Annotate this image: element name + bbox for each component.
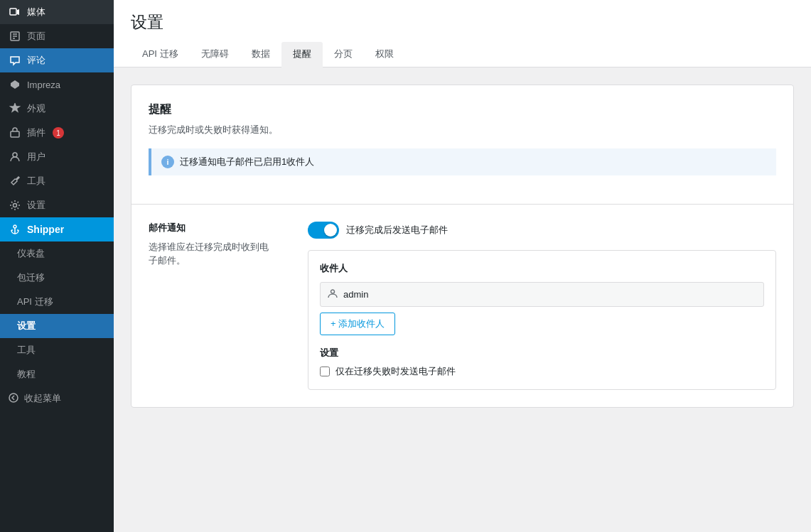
notification-label: 邮件通知 <box>149 222 291 234</box>
main-content: 设置 API 迁移 无障碍 数据 提醒 分页 权限 提醒 迁移完成时或失败时获得… <box>114 0 811 532</box>
sidebar-package-migration-label: 包迁移 <box>17 271 45 284</box>
sidebar: 媒体 页面 评论 Impreza 外观 插件 1 用户 <box>0 0 114 532</box>
settings-section-title: 设置 <box>320 347 764 359</box>
tab-accessibility[interactable]: 无障碍 <box>190 42 240 67</box>
notification-left: 邮件通知 选择谁应在迁移完成时收到电 子邮件。 <box>149 222 291 268</box>
sidebar-item-media[interactable]: 媒体 <box>0 0 114 24</box>
sidebar-item-comments[interactable]: 评论 <box>0 48 114 72</box>
page-header: 设置 API 迁移 无障碍 数据 提醒 分页 权限 <box>114 0 811 67</box>
tab-pagination[interactable]: 分页 <box>323 42 364 67</box>
section-title: 提醒 <box>149 102 776 117</box>
recipient-name: admin <box>343 289 368 300</box>
settings-card: 提醒 迁移完成时或失败时获得通知。 i 迁移通知电子邮件已启用1收件人 邮件通知… <box>131 85 794 408</box>
svg-rect-0 <box>10 9 16 15</box>
sidebar-tools-sub-label: 工具 <box>17 344 36 357</box>
plugins-icon <box>9 126 21 139</box>
impreza-icon <box>9 78 21 91</box>
sidebar-item-plugins-label: 插件 <box>27 126 45 139</box>
toggle-label: 迁移完成后发送电子邮件 <box>346 224 448 237</box>
recipients-box: 收件人 admin + 添加收件人 设置 仅在 <box>308 250 776 390</box>
settings-icon <box>9 199 21 212</box>
email-toggle[interactable] <box>308 222 339 239</box>
info-icon: i <box>161 156 174 168</box>
pages-icon <box>9 30 21 43</box>
sidebar-item-tools-label: 工具 <box>27 175 45 188</box>
sidebar-item-pages-label: 页面 <box>27 30 45 43</box>
failure-only-checkbox[interactable] <box>320 367 330 376</box>
sidebar-item-appearance[interactable]: 外观 <box>0 97 114 121</box>
sidebar-item-comments-label: 评论 <box>27 54 45 67</box>
sidebar-item-tools-sub[interactable]: 工具 <box>0 338 114 362</box>
failure-only-label: 仅在迁移失败时发送电子邮件 <box>335 365 456 378</box>
users-icon <box>9 151 21 163</box>
svg-point-9 <box>14 225 16 228</box>
sidebar-item-users[interactable]: 用户 <box>0 145 114 169</box>
tools-icon <box>9 175 21 188</box>
sidebar-item-package-migration[interactable]: 包迁移 <box>0 266 114 290</box>
sidebar-item-api-migration[interactable]: API 迁移 <box>0 290 114 314</box>
page-title: 设置 <box>131 11 794 33</box>
section-title-area: 提醒 迁移完成时或失败时获得通知。 i 迁移通知电子邮件已启用1收件人 <box>131 85 793 205</box>
tab-api-migration[interactable]: API 迁移 <box>131 42 190 67</box>
failure-only-checkbox-row: 仅在迁移失败时发送电子邮件 <box>320 365 764 378</box>
recipients-title: 收件人 <box>320 262 764 275</box>
sidebar-dashboard-label: 仪表盘 <box>17 247 45 260</box>
sidebar-item-dashboard[interactable]: 仪表盘 <box>0 241 114 266</box>
sidebar-item-tutorials[interactable]: 教程 <box>0 362 114 386</box>
sidebar-item-users-label: 用户 <box>27 151 45 163</box>
recipient-item: admin <box>320 282 764 307</box>
sidebar-item-shipper-settings[interactable]: 设置 <box>0 314 114 338</box>
sidebar-item-shipper[interactable]: Shipper <box>0 217 114 241</box>
chevron-left-icon <box>9 393 18 405</box>
email-settings-section: 设置 仅在迁移失败时发送电子邮件 <box>320 347 764 378</box>
plugins-badge: 1 <box>53 127 64 139</box>
anchor-icon <box>9 223 21 236</box>
sidebar-shipper-label: Shipper <box>27 224 64 235</box>
sidebar-item-plugins[interactable]: 插件 1 <box>0 121 114 145</box>
sidebar-api-migration-label: API 迁移 <box>17 295 53 308</box>
add-recipient-button[interactable]: + 添加收件人 <box>320 313 395 335</box>
svg-marker-5 <box>11 80 19 89</box>
sidebar-item-pages[interactable]: 页面 <box>0 24 114 48</box>
notification-row: 邮件通知 选择谁应在迁移完成时收到电 子邮件。 迁移完成后发送电子邮件 收件人 <box>131 205 793 407</box>
notification-right: 迁移完成后发送电子邮件 收件人 admin + 添加收件人 <box>308 222 776 390</box>
toggle-row: 迁移完成后发送电子邮件 <box>308 222 776 239</box>
user-icon <box>328 288 338 300</box>
collapse-label: 收起菜单 <box>24 392 61 405</box>
comments-icon <box>9 54 21 67</box>
svg-point-14 <box>331 290 335 293</box>
sidebar-item-media-label: 媒体 <box>27 6 45 18</box>
svg-rect-6 <box>11 131 19 137</box>
sidebar-item-settings-label: 设置 <box>27 199 45 212</box>
info-banner: i 迁移通知电子邮件已启用1收件人 <box>149 148 776 175</box>
tab-alerts[interactable]: 提醒 <box>281 42 323 67</box>
media-icon <box>9 6 21 18</box>
tab-data[interactable]: 数据 <box>240 42 281 67</box>
appearance-icon <box>9 102 21 115</box>
sidebar-item-settings[interactable]: 设置 <box>0 193 114 217</box>
sidebar-item-impreza[interactable]: Impreza <box>0 72 114 97</box>
collapse-menu[interactable]: 收起菜单 <box>0 386 114 411</box>
svg-point-8 <box>14 204 17 207</box>
sub-nav: API 迁移 无障碍 数据 提醒 分页 权限 <box>131 42 794 67</box>
notification-desc: 选择谁应在迁移完成时收到电 子邮件。 <box>149 240 291 268</box>
sidebar-shipper-settings-label: 设置 <box>17 320 36 332</box>
sidebar-item-appearance-label: 外观 <box>27 102 45 115</box>
sidebar-item-tools[interactable]: 工具 <box>0 169 114 193</box>
info-banner-text: 迁移通知电子邮件已启用1收件人 <box>180 156 314 168</box>
tab-permissions[interactable]: 权限 <box>364 42 405 67</box>
sidebar-tutorials-label: 教程 <box>17 368 36 381</box>
svg-point-7 <box>13 153 17 157</box>
section-desc: 迁移完成时或失败时获得通知。 <box>149 123 776 137</box>
content-area: 提醒 迁移完成时或失败时获得通知。 i 迁移通知电子邮件已启用1收件人 邮件通知… <box>114 67 811 532</box>
svg-point-13 <box>9 393 18 402</box>
sidebar-item-impreza-label: Impreza <box>27 80 60 90</box>
